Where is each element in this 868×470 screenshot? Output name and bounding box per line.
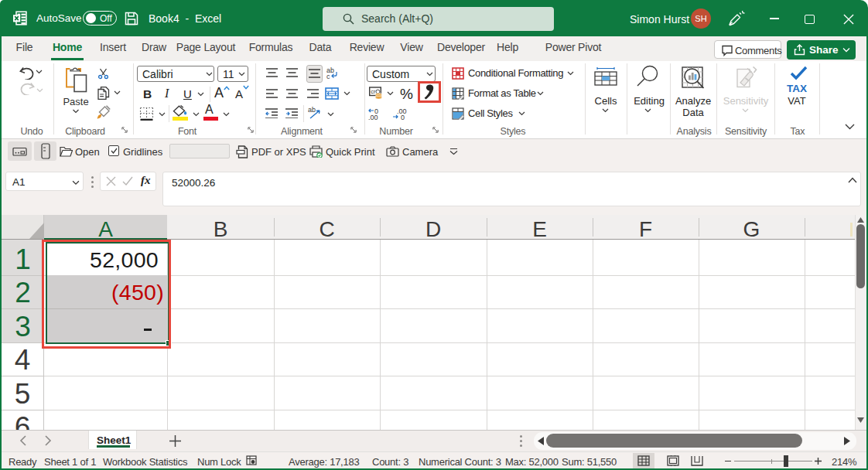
svg-text:cr: cr (371, 88, 376, 95)
svg-text:0: 0 (401, 114, 405, 121)
svg-text:.00: .00 (368, 114, 378, 121)
svg-text:ab: ab (308, 106, 316, 114)
svg-text:c: c (326, 73, 330, 79)
